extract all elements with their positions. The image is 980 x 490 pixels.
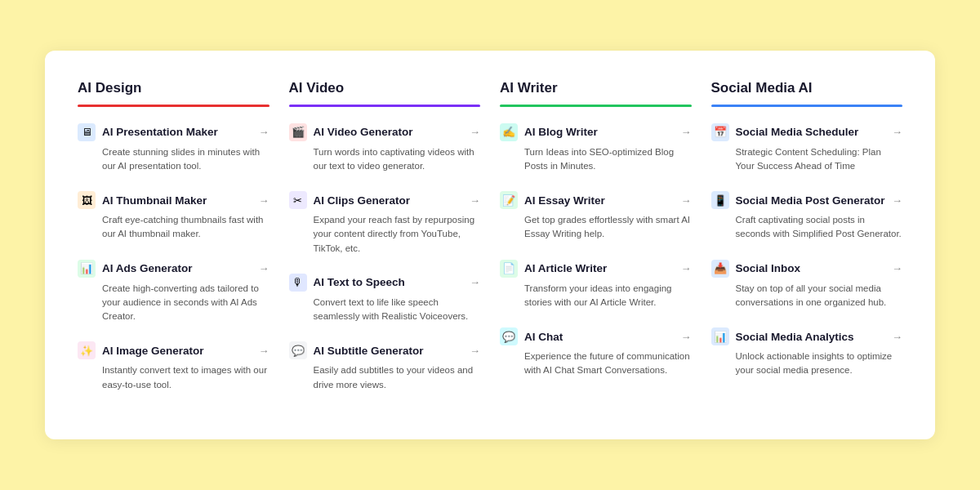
tool-arrow: → [259,262,270,274]
tool-title-row: 🎬AI Video Generator→ [289,123,481,141]
tool-icon: 🎙 [289,274,307,292]
tool-title-row: 💬AI Chat→ [500,327,692,345]
main-card: AI Design🖥AI Presentation Maker→Create s… [45,51,935,439]
tool-title-row: 🎙AI Text to Speech→ [289,274,481,292]
tool-item[interactable]: 📊Social Media Analytics→Unlock actionabl… [711,327,903,378]
tool-arrow: → [470,345,480,357]
tool-title-row: ✨AI Image Generator→ [78,341,270,359]
tool-title-row: 📊Social Media Analytics→ [711,327,903,345]
tool-desc: Create stunning slides in minutes with o… [78,145,270,174]
tool-item[interactable]: 🖥AI Presentation Maker→Create stunning s… [78,123,270,174]
tool-name: AI Ads Generator [102,262,252,274]
tool-name: AI Clips Generator [314,194,464,207]
tool-item[interactable]: 💬AI Chat→Experience the future of commun… [500,327,692,378]
tool-desc: Easily add subtitles to your videos and … [289,363,481,392]
tool-item[interactable]: 📅Social Media Scheduler→Strategic Conten… [711,123,903,174]
tool-arrow: → [892,331,902,343]
tool-arrow: → [892,194,902,207]
tool-name: AI Presentation Maker [102,126,252,138]
tool-icon: 📱 [711,191,729,209]
tool-icon: 📊 [78,260,96,278]
tool-desc: Get top grades effortlessly with smart A… [500,213,692,242]
tool-icon: ✍ [500,123,518,141]
tool-arrow: → [259,126,270,138]
tool-item[interactable]: 📥Social Inbox→Stay on top of all your so… [711,260,903,310]
tool-arrow: → [259,194,270,207]
column-divider [711,105,903,107]
column-divider [78,105,270,107]
tool-icon: 📅 [711,123,729,141]
tool-desc: Expand your reach fast by repurposing yo… [289,213,481,256]
tool-name: Social Media Scheduler [736,126,886,138]
tool-item[interactable]: 💬AI Subtitle Generator→Easily add subtit… [289,341,481,392]
tool-title-row: 📅Social Media Scheduler→ [711,123,903,141]
page-wrapper: AI Design🖥AI Presentation Maker→Create s… [0,0,980,490]
tool-title-row: 📊AI Ads Generator→ [78,260,270,278]
tool-name: AI Text to Speech [314,276,464,288]
tool-name: AI Essay Writer [524,194,675,207]
tool-title-row: 📱Social Media Post Generator→ [711,191,903,209]
tool-item[interactable]: 🎙AI Text to Speech→Convert text to life … [289,274,481,324]
tool-title-row: 📥Social Inbox→ [711,260,903,278]
tool-title-row: 💬AI Subtitle Generator→ [289,341,481,359]
tool-item[interactable]: ✍AI Blog Writer→Turn Ideas into SEO-opti… [500,123,692,174]
tool-desc: Instantly convert text to images with ou… [78,363,270,392]
tool-icon: 📝 [500,191,518,209]
tool-arrow: → [892,126,902,138]
column-header: AI Writer [500,80,692,96]
tool-icon: 📄 [500,260,518,278]
tool-desc: Craft eye-catching thumbnails fast with … [78,213,270,242]
tool-icon: ✂ [289,191,307,209]
tool-name: Social Media Analytics [736,331,886,343]
tool-desc: Experience the future of communication w… [500,350,692,378]
tool-item[interactable]: ✂AI Clips Generator→Expand your reach fa… [289,191,481,256]
tool-desc: Stay on top of all your social media con… [711,282,903,310]
tool-name: Social Inbox [736,262,886,274]
tool-item[interactable]: ✨AI Image Generator→Instantly convert te… [78,341,270,392]
tool-title-row: 🖥AI Presentation Maker→ [78,123,270,141]
column-header: AI Video [289,80,481,96]
tool-name: AI Image Generator [102,345,252,357]
tool-icon: 📥 [711,260,729,278]
tool-item[interactable]: 🖼AI Thumbnail Maker→Craft eye-catching t… [78,191,270,242]
tool-arrow: → [892,262,902,274]
column-col-1: AI Video🎬AI Video Generator→Turn words i… [289,80,481,410]
tool-title-row: ✍AI Blog Writer→ [500,123,692,141]
tool-arrow: → [470,194,480,207]
tool-arrow: → [259,345,270,357]
column-header: AI Design [78,80,270,96]
tool-arrow: → [681,126,692,138]
tool-arrow: → [681,331,692,343]
tool-icon: 🖼 [78,191,96,209]
tool-icon: 💬 [500,327,518,345]
tool-title-row: 📄AI Article Writer→ [500,260,692,278]
tool-name: AI Video Generator [314,126,464,138]
column-divider [500,105,692,107]
column-col-2: AI Writer✍AI Blog Writer→Turn Ideas into… [500,80,692,410]
column-col-0: AI Design🖥AI Presentation Maker→Create s… [78,80,270,410]
tool-name: AI Blog Writer [524,126,675,138]
tool-arrow: → [681,194,692,207]
tool-name: Social Media Post Generator [736,194,886,207]
tool-desc: Create high-converting ads tailored to y… [78,282,270,324]
tool-arrow: → [470,276,480,288]
tool-desc: Turn words into captivating videos with … [289,145,481,174]
tool-item[interactable]: 🎬AI Video Generator→Turn words into capt… [289,123,481,174]
tool-icon: ✨ [78,341,96,359]
tool-desc: Craft captivating social posts in second… [711,213,903,242]
tool-desc: Strategic Content Scheduling: Plan Your … [711,145,903,174]
tool-name: AI Article Writer [524,262,675,274]
tool-desc: Turn Ideas into SEO-optimized Blog Posts… [500,145,692,174]
tool-name: AI Thumbnail Maker [102,194,252,207]
tool-item[interactable]: 📱Social Media Post Generator→Craft capti… [711,191,903,242]
tool-item[interactable]: 📊AI Ads Generator→Create high-converting… [78,260,270,324]
tool-item[interactable]: 📝AI Essay Writer→Get top grades effortle… [500,191,692,242]
tool-icon: 🖥 [78,123,96,141]
tool-arrow: → [470,126,480,138]
tool-icon: 📊 [711,327,729,345]
tool-icon: 🎬 [289,123,307,141]
column-divider [289,105,481,107]
tool-desc: Unlock actionable insights to optimize y… [711,350,903,378]
tool-icon: 💬 [289,341,307,359]
tool-item[interactable]: 📄AI Article Writer→Transform your ideas … [500,260,692,310]
